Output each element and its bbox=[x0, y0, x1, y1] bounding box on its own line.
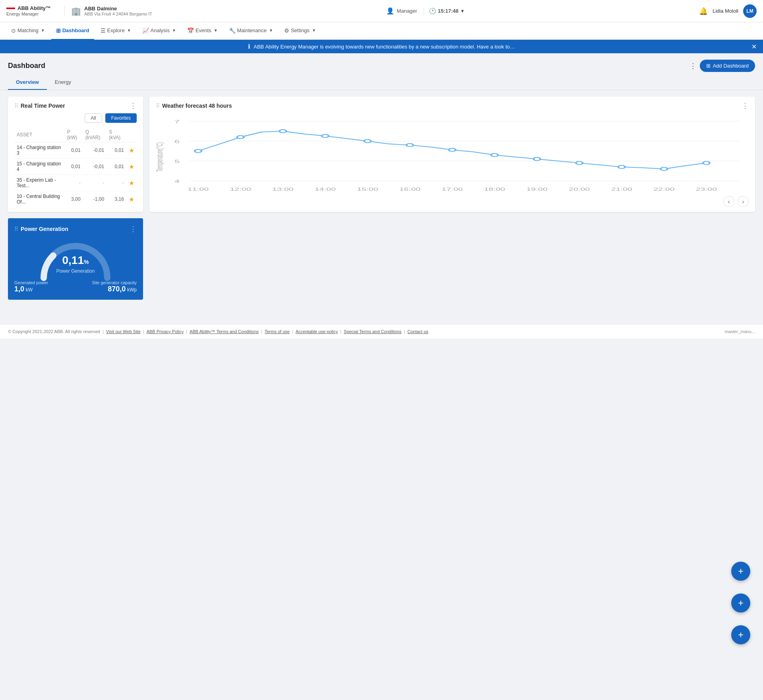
add-dashboard-button[interactable]: ⊞ Add Dashboard bbox=[700, 60, 755, 72]
nav-label-analysis: Analysis bbox=[151, 27, 170, 33]
svg-text:5: 5 bbox=[174, 159, 180, 164]
clock-icon: 🕐 bbox=[429, 8, 436, 15]
power-gen-footer: Generated power 1,0 kW Site generator ca… bbox=[14, 280, 137, 293]
rtp-star-cell[interactable]: ★ bbox=[126, 175, 137, 191]
footer-link-acceptable[interactable]: Acceptable use policy bbox=[296, 329, 338, 334]
rtp-q-cell: -0,01 bbox=[83, 142, 107, 159]
rtp-title: Real Time Power bbox=[21, 103, 65, 109]
notification-bell-icon[interactable]: 🔔 bbox=[699, 7, 708, 16]
main-content: ⠿ Real Time Power ⋮ All Favorites ASSET … bbox=[0, 90, 763, 324]
chart-prev-button[interactable]: ‹ bbox=[723, 196, 734, 207]
nav-item-matching[interactable]: ⊙ Matching ▼ bbox=[6, 22, 50, 40]
svg-point-20 bbox=[660, 167, 667, 171]
rtp-star-cell[interactable]: ★ bbox=[126, 191, 137, 207]
rtp-star-cell[interactable]: ★ bbox=[126, 159, 137, 175]
manager-label: Manager bbox=[397, 8, 417, 14]
tab-energy[interactable]: Energy bbox=[47, 75, 79, 90]
drag-handle-weather[interactable]: ⠿ bbox=[156, 103, 160, 109]
user-avatar[interactable]: LM bbox=[743, 4, 757, 18]
nav-item-settings[interactable]: ⚙ Settings ▼ bbox=[279, 22, 321, 40]
nav-item-maintenance[interactable]: 🔧 Maintenance ▼ bbox=[224, 22, 278, 40]
svg-point-9 bbox=[195, 149, 201, 153]
chart-next-button[interactable]: › bbox=[738, 196, 749, 207]
banner-text: ABB Ability Energy Manager is evolving t… bbox=[254, 44, 515, 50]
dashboard-title: Dashboard bbox=[8, 62, 45, 70]
info-banner: ℹ ABB Ability Energy Manager is evolving… bbox=[0, 40, 763, 53]
rtp-star-cell[interactable]: ★ bbox=[126, 142, 137, 159]
star-icon[interactable]: ★ bbox=[129, 147, 134, 154]
svg-text:23:00: 23:00 bbox=[696, 187, 717, 192]
tab-overview[interactable]: Overview bbox=[8, 75, 47, 90]
real-time-power-widget: ⠿ Real Time Power ⋮ All Favorites ASSET … bbox=[8, 97, 143, 212]
filter-all-button[interactable]: All bbox=[85, 113, 102, 123]
nav-item-explore[interactable]: ☰ Explore ▼ bbox=[96, 22, 136, 40]
svg-text:17:00: 17:00 bbox=[442, 187, 463, 192]
svg-text:7: 7 bbox=[174, 119, 180, 124]
events-dropdown-icon: ▼ bbox=[214, 28, 218, 33]
svg-text:20:00: 20:00 bbox=[569, 187, 590, 192]
rtp-s-cell: 0,01 bbox=[107, 159, 126, 175]
svg-text:19:00: 19:00 bbox=[527, 187, 548, 192]
explore-icon: ☰ bbox=[101, 27, 106, 34]
time-section[interactable]: 🕐 15:17:48 ▼ bbox=[424, 8, 465, 15]
footer-link-tou[interactable]: Terms of use bbox=[265, 329, 290, 334]
drag-handle-pg[interactable]: ⠿ bbox=[14, 226, 18, 232]
brand-section: ABB Ability™ Energy Manager bbox=[6, 5, 58, 17]
svg-text:14:00: 14:00 bbox=[315, 187, 336, 192]
power-gen-header: ⠿ Power Generation ⋮ bbox=[14, 225, 137, 233]
building-icon: 🏢 bbox=[71, 6, 81, 16]
footer-link-terms[interactable]: ABB Ability™ Terms and Conditions bbox=[190, 329, 259, 334]
weather-more-icon[interactable]: ⋮ bbox=[742, 101, 749, 110]
filter-favorites-button[interactable]: Favorites bbox=[105, 113, 137, 123]
nav-item-dashboard[interactable]: ⊞ Dashboard bbox=[51, 22, 94, 40]
nav-label-dashboard: Dashboard bbox=[62, 27, 89, 33]
rtp-s-cell: 0,01 bbox=[107, 142, 126, 159]
drag-handle-rtp[interactable]: ⠿ bbox=[14, 103, 18, 109]
dashboard-icon: ⊞ bbox=[56, 27, 61, 34]
banner-close-button[interactable]: ✕ bbox=[751, 43, 757, 50]
brand-title: ABB Ability™ bbox=[17, 5, 51, 12]
explore-dropdown-icon: ▼ bbox=[127, 28, 131, 33]
site-capacity-unit: kWp bbox=[127, 287, 137, 293]
dashboard-header: Dashboard ⋮ ⊞ Add Dashboard bbox=[0, 53, 763, 75]
brand-subtitle: Energy Manager bbox=[6, 12, 58, 17]
star-icon[interactable]: ★ bbox=[129, 180, 134, 186]
footer-link-special-terms[interactable]: Special Terms and Conditions bbox=[344, 329, 401, 334]
svg-text:16:00: 16:00 bbox=[399, 187, 420, 192]
power-gen-more-icon[interactable]: ⋮ bbox=[130, 225, 137, 233]
nav-item-events[interactable]: 📅 Events ▼ bbox=[182, 22, 223, 40]
svg-text:13:00: 13:00 bbox=[272, 187, 293, 192]
table-row: 35 - Experim Lab - Test... - - - ★ bbox=[14, 175, 137, 191]
time-display: 15:17:48 bbox=[438, 8, 459, 14]
footer-link-website[interactable]: Visit our Web Site bbox=[106, 329, 141, 334]
star-icon[interactable]: ★ bbox=[129, 163, 134, 170]
time-dropdown-icon[interactable]: ▼ bbox=[460, 8, 465, 14]
events-icon: 📅 bbox=[187, 27, 194, 34]
nav-item-analysis[interactable]: 📈 Analysis ▼ bbox=[137, 22, 181, 40]
table-row: 15 - Charging station 4 0,01 -0,01 0,01 … bbox=[14, 159, 137, 175]
empty-area bbox=[149, 218, 755, 318]
matching-dropdown-icon: ▼ bbox=[41, 28, 45, 33]
footer-link-contact[interactable]: Contact us bbox=[407, 329, 428, 334]
manager-section: 👤 Manager bbox=[386, 7, 417, 15]
site-capacity-stat: Site generator capacity 870,0 kWp bbox=[92, 280, 137, 293]
footer-copyright: © Copyright 2021-2022 ABB. All rights re… bbox=[8, 329, 100, 334]
dashboard-actions: ⋮ ⊞ Add Dashboard bbox=[689, 60, 755, 72]
nav-label-explore: Explore bbox=[107, 27, 125, 33]
rtp-q-cell: -0,01 bbox=[83, 159, 107, 175]
rtp-asset-cell: 35 - Experim Lab - Test... bbox=[14, 175, 65, 191]
footer-version: master_manu... bbox=[725, 329, 755, 334]
maintenance-dropdown-icon: ▼ bbox=[269, 28, 273, 33]
dashboard-more-icon[interactable]: ⋮ bbox=[689, 62, 697, 70]
svg-point-11 bbox=[279, 130, 286, 133]
footer-link-privacy[interactable]: ABB Privacy Policy bbox=[147, 329, 184, 334]
gauge-value: 0,11% bbox=[56, 254, 95, 267]
svg-text:18:00: 18:00 bbox=[484, 187, 505, 192]
rtp-q-cell: - bbox=[83, 175, 107, 191]
location-section[interactable]: 🏢 ABB Dalmine ABB Via Friuli 4 24044 Ber… bbox=[64, 6, 152, 16]
rtp-more-icon[interactable]: ⋮ bbox=[130, 101, 137, 110]
rtp-col-q: Q (kVAR) bbox=[83, 128, 107, 142]
settings-icon: ⚙ bbox=[284, 27, 289, 34]
star-icon[interactable]: ★ bbox=[129, 196, 134, 203]
rtp-filters: All Favorites bbox=[14, 113, 137, 123]
